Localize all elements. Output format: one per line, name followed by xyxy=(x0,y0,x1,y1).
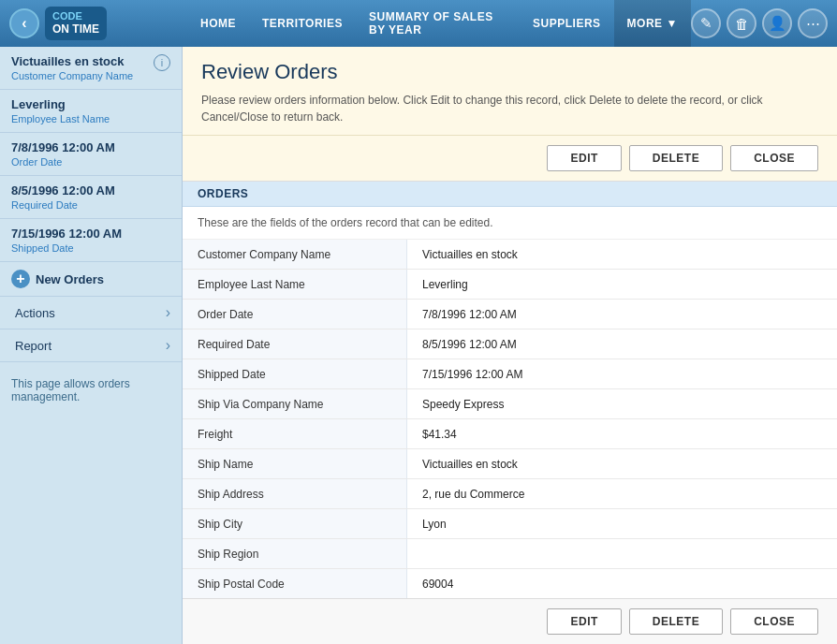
page-title: Review Orders xyxy=(201,60,818,84)
back-icon: ‹ xyxy=(22,15,26,32)
sidebar-customer-title: Victuailles en stock xyxy=(11,54,133,68)
logo-ontime: ON TIME xyxy=(52,22,99,36)
sidebar-order-date-title: 7/8/1996 12:00 AM xyxy=(11,140,170,154)
sidebar-customer-subtitle: Customer Company Name xyxy=(11,70,133,81)
table-row: Customer Company Name Victuailles en sto… xyxy=(183,240,837,270)
field-label: Freight xyxy=(183,419,407,448)
field-value: Speedy Express xyxy=(407,389,837,418)
sidebar-report[interactable]: Report › xyxy=(0,329,182,362)
nav-links: HOME TERRITORIES SUMMARY OF SALES BY YEA… xyxy=(187,0,691,47)
table-row: Required Date 8/5/1996 12:00 AM xyxy=(183,329,837,359)
top-delete-button[interactable]: DELETE xyxy=(629,145,723,171)
field-label: Ship Region xyxy=(183,539,407,568)
section-note: These are the fields of the orders recor… xyxy=(183,207,837,240)
new-orders-button[interactable]: + New Orders xyxy=(0,262,182,297)
form-content: ORDERS These are the fields of the order… xyxy=(183,182,837,598)
sidebar-shipped-date-title: 7/15/1996 12:00 AM xyxy=(11,227,170,241)
field-value: $41.34 xyxy=(407,419,837,448)
top-action-bar: EDIT DELETE CLOSE xyxy=(183,136,837,182)
nav-icon-buttons: ✎ 🗑 👤 ⋯ xyxy=(691,8,828,38)
logo-area: ‹ CODE ON TIME xyxy=(9,7,187,40)
table-row: Ship Address 2, rue du Commerce xyxy=(183,479,837,509)
content-area: Review Orders Please review orders infor… xyxy=(183,47,837,644)
field-label: Ship Postal Code xyxy=(183,569,407,598)
table-row: Ship Postal Code 69004 xyxy=(183,569,837,598)
field-value: Victuailles en stock xyxy=(407,449,837,478)
field-label: Ship Name xyxy=(183,449,407,478)
sidebar: Victuailles en stock Customer Company Na… xyxy=(0,47,183,644)
sidebar-footer: This page allows orders management. xyxy=(0,366,182,415)
top-edit-button[interactable]: EDIT xyxy=(547,145,621,171)
field-label: Ship Via Company Name xyxy=(183,389,407,418)
report-chevron-icon: › xyxy=(166,337,170,354)
edit-icon-btn[interactable]: ✎ xyxy=(691,8,721,38)
section-header: ORDERS xyxy=(183,182,837,207)
bottom-delete-button[interactable]: DELETE xyxy=(629,608,723,635)
field-value: 7/15/1996 12:00 AM xyxy=(407,359,837,388)
field-label: Ship Address xyxy=(183,479,407,508)
nav-home[interactable]: HOME xyxy=(187,0,249,47)
sidebar-item-required-date[interactable]: 8/5/1996 12:00 AM Required Date xyxy=(0,176,182,219)
table-row: Ship Name Victuailles en stock xyxy=(183,449,837,479)
main-layout: Victuailles en stock Customer Company Na… xyxy=(0,47,837,644)
user-icon-btn[interactable]: 👤 xyxy=(762,8,792,38)
more-icon-btn[interactable]: ⋯ xyxy=(798,8,828,38)
page-header: Review Orders Please review orders infor… xyxy=(183,47,837,136)
sidebar-item-order-date[interactable]: 7/8/1996 12:00 AM Order Date xyxy=(0,133,182,176)
logo-code: CODE xyxy=(52,10,99,22)
field-value: Lyon xyxy=(407,509,837,538)
field-value: Victuailles en stock xyxy=(407,240,837,269)
sidebar-required-date-title: 8/5/1996 12:00 AM xyxy=(11,183,170,198)
sidebar-item-customer[interactable]: Victuailles en stock Customer Company Na… xyxy=(0,47,182,90)
table-row: Order Date 7/8/1996 12:00 AM xyxy=(183,300,837,329)
table-row: Ship Via Company Name Speedy Express xyxy=(183,389,837,419)
report-label: Report xyxy=(15,339,51,353)
table-row: Ship Region xyxy=(183,539,837,569)
field-label: Customer Company Name xyxy=(183,240,407,269)
field-value: 8/5/1996 12:00 AM xyxy=(407,329,837,359)
field-label: Order Date xyxy=(183,300,407,329)
sidebar-item-shipped-date[interactable]: 7/15/1996 12:00 AM Shipped Date xyxy=(0,219,182,262)
nav-summary[interactable]: SUMMARY OF SALES BY YEAR xyxy=(356,0,520,47)
bottom-edit-button[interactable]: EDIT xyxy=(547,608,621,635)
field-value xyxy=(407,539,837,568)
table-row: Ship City Lyon xyxy=(183,509,837,539)
sidebar-order-date-subtitle: Order Date xyxy=(11,156,170,168)
field-label: Shipped Date xyxy=(183,359,407,388)
field-value: 2, rue du Commerce xyxy=(407,479,837,508)
back-button[interactable]: ‹ xyxy=(9,8,39,38)
actions-chevron-icon: › xyxy=(166,304,170,321)
field-value: Leverling xyxy=(407,270,837,299)
plus-icon: + xyxy=(11,270,30,288)
more-dropdown-icon: ▼ xyxy=(667,17,678,30)
sidebar-shipped-date-subtitle: Shipped Date xyxy=(11,242,170,254)
bottom-close-button[interactable]: CLOSE xyxy=(730,608,818,635)
bottom-action-bar: EDIT DELETE CLOSE xyxy=(183,598,837,644)
page-description: Please review orders information below. … xyxy=(201,92,818,125)
sidebar-employee-title: Leverling xyxy=(11,97,170,111)
nav-suppliers[interactable]: SUPPLIERS xyxy=(520,0,614,47)
delete-icon-btn[interactable]: 🗑 xyxy=(727,8,756,38)
top-navigation: ‹ CODE ON TIME HOME TERRITORIES SUMMARY … xyxy=(0,0,837,47)
actions-label: Actions xyxy=(15,306,55,320)
nav-territories[interactable]: TERRITORIES xyxy=(249,0,356,47)
info-icon[interactable]: i xyxy=(154,54,170,71)
sidebar-actions[interactable]: Actions › xyxy=(0,297,182,329)
table-row: Shipped Date 7/15/1996 12:00 AM xyxy=(183,359,837,389)
field-value: 7/8/1996 12:00 AM xyxy=(407,300,837,329)
sidebar-required-date-subtitle: Required Date xyxy=(11,199,170,211)
sidebar-employee-subtitle: Employee Last Name xyxy=(11,113,170,124)
top-close-button[interactable]: CLOSE xyxy=(730,145,818,171)
new-orders-label: New Orders xyxy=(36,272,104,286)
table-row: Freight $41.34 xyxy=(183,419,837,449)
field-label: Ship City xyxy=(183,509,407,538)
field-label: Required Date xyxy=(183,329,407,359)
field-value: 69004 xyxy=(407,569,837,598)
fields-container: Customer Company Name Victuailles en sto… xyxy=(183,240,837,598)
table-row: Employee Last Name Leverling xyxy=(183,270,837,300)
app-logo: CODE ON TIME xyxy=(45,7,107,40)
sidebar-item-employee[interactable]: Leverling Employee Last Name xyxy=(0,90,182,133)
field-label: Employee Last Name xyxy=(183,270,407,299)
nav-more[interactable]: MORE ▼ xyxy=(614,0,691,47)
